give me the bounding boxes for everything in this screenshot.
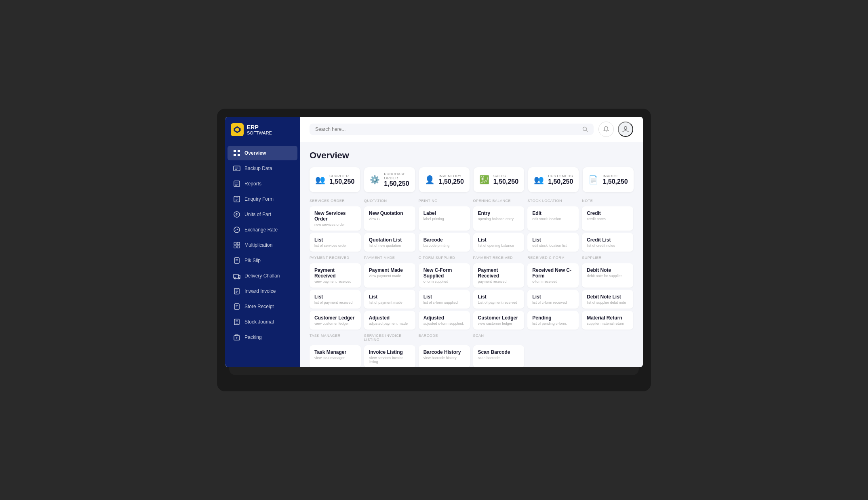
search-icon bbox=[582, 126, 588, 132]
card-credit[interactable]: Credit credit notes bbox=[582, 206, 633, 231]
sidebar-item-inward-invoice[interactable]: Inward Invoice bbox=[228, 284, 297, 298]
sidebar-nav: Overview Backup Data Reports Enquiry For… bbox=[225, 143, 300, 348]
notification-button[interactable] bbox=[598, 122, 614, 137]
sales-value: 1,50,250 bbox=[493, 178, 518, 185]
section-header-empty2 bbox=[582, 334, 633, 342]
stat-card-inventory: 👤 INVENTORY 1,50,250 bbox=[419, 167, 470, 192]
customers-label: CUSTOMERS bbox=[548, 174, 573, 178]
svg-line-45 bbox=[586, 130, 588, 132]
sales-label: SALES bbox=[493, 174, 518, 178]
card-label-printing[interactable]: Label label printing bbox=[419, 206, 470, 231]
supplier-value: 1,50,250 bbox=[329, 178, 354, 185]
sidebar-item-delivery-challan[interactable]: Delivery Challan bbox=[228, 269, 297, 283]
sidebar-item-pik-slip[interactable]: Pik Slip bbox=[228, 253, 297, 268]
svg-rect-6 bbox=[234, 166, 240, 171]
main-content: Overview 👥 SUPPLIER 1,50,250 ⚙️ PURCHASE… bbox=[300, 117, 643, 367]
sidebar-item-multiplication[interactable]: Multiplication bbox=[228, 238, 297, 252]
card-payment-made-list[interactable]: List list of payment made bbox=[364, 290, 415, 309]
user-button[interactable] bbox=[618, 122, 633, 137]
inventory-label: INVENTORY bbox=[439, 174, 464, 178]
sidebar-item-exchange-rate[interactable]: Exchange Rate bbox=[228, 223, 297, 237]
svg-rect-24 bbox=[234, 258, 239, 263]
card-task-manager[interactable]: Task Manager view task manager bbox=[310, 345, 361, 367]
customers-icon: 👥 bbox=[534, 175, 544, 185]
laptop-frame: ERP SOFTWARE Overview Backup Data Report… bbox=[217, 109, 651, 391]
customers-value: 1,50,250 bbox=[548, 178, 573, 185]
card-payment-received[interactable]: Payment Received view payment received bbox=[310, 263, 361, 288]
card-c-form-received-list[interactable]: List list of c-form received bbox=[527, 290, 579, 309]
card-payment-received-list[interactable]: List list of payment received bbox=[310, 290, 361, 309]
card-debit-note[interactable]: Debit Note debit note for supplier bbox=[582, 263, 633, 288]
card-payment-received-2[interactable]: Payment Received payment received bbox=[473, 263, 525, 288]
sidebar-item-enquiry-form[interactable]: Enquiry Form bbox=[228, 192, 297, 206]
card-credit-list[interactable]: Credit List list of credit notes bbox=[582, 233, 633, 252]
screen: ERP SOFTWARE Overview Backup Data Report… bbox=[225, 117, 643, 367]
section-header-stock-location: Stock Location bbox=[527, 199, 579, 203]
stats-row: 👥 SUPPLIER 1,50,250 ⚙️ PURCHASE ORDER 1,… bbox=[310, 167, 633, 192]
card-received-new-c-form[interactable]: Received New C-Form c-form received bbox=[527, 263, 579, 288]
sidebar-item-reports[interactable]: Reports bbox=[228, 176, 297, 191]
sidebar-item-stock-journal[interactable]: Stock Journal bbox=[228, 315, 297, 329]
stat-card-purchase-order: ⚙️ PURCHASE ORDER 1,50,250 bbox=[364, 167, 415, 192]
card-barcode-printing[interactable]: Barcode barcode printing bbox=[419, 233, 470, 252]
supplier-icon: 👥 bbox=[315, 175, 325, 185]
card-debit-note-list[interactable]: Debit Note List list of supplier debit n… bbox=[582, 290, 633, 309]
card-material-return[interactable]: Material Return supplier material return bbox=[582, 311, 633, 330]
empty-col-2 bbox=[582, 345, 633, 367]
card-barcode-history[interactable]: Barcode History view barcode history bbox=[419, 345, 470, 367]
card-payment-made[interactable]: Payment Made view payment made bbox=[364, 263, 415, 288]
invoice-value: 1,50,250 bbox=[603, 178, 628, 185]
card-services-order-list[interactable]: List list of services order bbox=[310, 233, 361, 252]
logo-text: ERP SOFTWARE bbox=[247, 124, 272, 135]
inventory-value: 1,50,250 bbox=[439, 178, 464, 185]
card-opening-balance-list[interactable]: List list of opening balance bbox=[473, 233, 525, 252]
invoice-label: INVOICE bbox=[603, 174, 628, 178]
svg-rect-5 bbox=[238, 154, 240, 156]
section-header-printing: Printing bbox=[419, 199, 470, 203]
card-customer-ledger-2[interactable]: Customer Ledger view customer ledger bbox=[473, 311, 525, 330]
stat-card-customers: 👥 CUSTOMERS 1,50,250 bbox=[528, 167, 579, 192]
card-c-form-supplied-list[interactable]: List list of c-form supplied bbox=[419, 290, 470, 309]
card-new-services-order[interactable]: New Services Order new services order bbox=[310, 206, 361, 231]
card-opening-balance-entry[interactable]: Entry opening balance entry bbox=[473, 206, 525, 231]
section-header-services-order: Services Order bbox=[310, 199, 361, 203]
svg-rect-23 bbox=[237, 246, 240, 248]
purchase-order-label: PURCHASE ORDER bbox=[384, 172, 409, 180]
card-c-form-adjusted[interactable]: Adjusted adjusted c-form supplied. bbox=[419, 311, 470, 330]
section-header-payment-made: Payment Made bbox=[364, 256, 415, 260]
card-edit-stock-location[interactable]: Edit edit stock location bbox=[527, 206, 579, 231]
sidebar: ERP SOFTWARE Overview Backup Data Report… bbox=[225, 117, 300, 367]
search-input[interactable] bbox=[315, 126, 579, 132]
card-payment-made-adjusted[interactable]: Adjusted adjusted payment made bbox=[364, 311, 415, 330]
card-invoice-listing[interactable]: Invoice Listing View services invoice li… bbox=[364, 345, 415, 367]
section-header-quotation: Quotation bbox=[364, 199, 415, 203]
sidebar-item-overview[interactable]: Overview bbox=[228, 146, 297, 160]
header-actions bbox=[598, 122, 633, 137]
card-customer-ledger[interactable]: Customer Ledger view customer ledger bbox=[310, 311, 361, 330]
section-header-payment-received: Payment Received bbox=[310, 256, 361, 260]
section-header-task-manager: Task Manager bbox=[310, 334, 361, 342]
sidebar-item-store-receipt[interactable]: Store Receipt bbox=[228, 299, 297, 314]
card-scan-barcode[interactable]: Scan Barcode scan barcode bbox=[473, 345, 525, 367]
page-content: Overview 👥 SUPPLIER 1,50,250 ⚙️ PURCHASE… bbox=[300, 142, 643, 367]
sidebar-item-units-of-part[interactable]: Units of Part bbox=[228, 207, 297, 222]
stat-card-sales: 💹 SALES 1,50,250 bbox=[474, 167, 524, 192]
search-bar[interactable] bbox=[310, 124, 594, 135]
svg-rect-4 bbox=[234, 154, 236, 156]
card-stock-location-list[interactable]: List edit stock location list bbox=[527, 233, 579, 252]
card-new-quotation[interactable]: New Quotation view C bbox=[364, 206, 415, 231]
card-quotation-list[interactable]: Quotation List list of new quotation bbox=[364, 233, 415, 252]
stat-card-supplier: 👥 SUPPLIER 1,50,250 bbox=[310, 167, 360, 192]
svg-rect-20 bbox=[234, 242, 236, 245]
stat-card-invoice: 📄 INVOICE 1,50,250 bbox=[583, 167, 633, 192]
card-new-c-form-supplied[interactable]: New C-Form Supplied c-form supplied bbox=[419, 263, 470, 288]
section-header-barcode: Barcode bbox=[419, 334, 470, 342]
sidebar-item-backup-data[interactable]: Backup Data bbox=[228, 161, 297, 176]
sidebar-item-packing[interactable]: Packing bbox=[228, 330, 297, 345]
svg-point-44 bbox=[583, 127, 587, 131]
purchase-order-icon: ⚙️ bbox=[370, 175, 380, 185]
card-pending-c-form[interactable]: Pending list of pending c-form. bbox=[527, 311, 579, 330]
section-header-scan: Scan bbox=[473, 334, 525, 342]
svg-rect-2 bbox=[234, 150, 236, 152]
card-payment-received-2-list[interactable]: List List of payment received bbox=[473, 290, 525, 309]
